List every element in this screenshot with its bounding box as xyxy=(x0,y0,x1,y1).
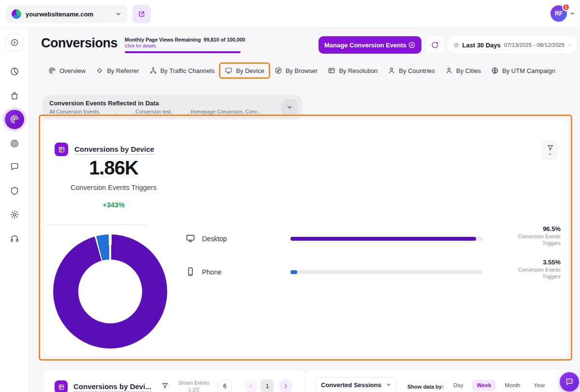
shopping-bag-icon xyxy=(10,91,19,101)
person-icon xyxy=(445,67,453,74)
tab-by-device[interactable]: By Device xyxy=(225,67,264,74)
period-month-button[interactable]: Month xyxy=(500,379,525,391)
arrow-right-icon xyxy=(282,383,289,390)
legend-row-phone: Phone 3.55% Conversion Events Triggers xyxy=(185,256,561,289)
manage-button-label: Manage Conversion Events xyxy=(324,42,406,49)
target-icon xyxy=(10,139,19,148)
avatar[interactable]: RF 1 xyxy=(551,5,567,22)
globe-icon xyxy=(491,67,499,74)
chevron-down-icon xyxy=(568,43,571,47)
dashboard-icon xyxy=(10,67,19,76)
quota-details-link[interactable]: Click for details xyxy=(125,43,250,48)
legend-row-desktop: Desktop 96.5% Conversion Events Triggers xyxy=(185,222,561,255)
legend-sublabel: Conversion Events Triggers xyxy=(510,233,561,247)
bar-fill-phone xyxy=(290,270,297,274)
dropdown-value: Converted Sessions xyxy=(321,381,381,389)
panel-expand-button[interactable] xyxy=(6,34,23,51)
tab-label: By Referrer xyxy=(107,67,139,74)
tab-by-utm-campaign[interactable]: By UTM Campaign xyxy=(491,67,555,74)
shown-entries: Shown Entries 1-2/2 xyxy=(177,380,211,392)
site-selector[interactable]: yourwebsitename.com xyxy=(6,5,128,23)
notification-badge: 1 xyxy=(562,3,570,11)
chevron-down-icon xyxy=(286,104,293,111)
funnel-icon xyxy=(547,144,554,151)
external-link-icon xyxy=(138,10,145,18)
layout-icon xyxy=(328,67,335,74)
quota-widget: Monthly Page Views Remaining 99,810 of 1… xyxy=(125,37,250,53)
conversions-by-device-table-card: Conversions by Devi... Shown Entries 1-2… xyxy=(44,370,304,392)
diamond-icon xyxy=(96,67,103,74)
open-website-button[interactable] xyxy=(132,5,151,23)
avatar-initials: RF xyxy=(555,10,563,17)
period-year-button[interactable]: Year xyxy=(529,379,550,391)
show-data-by-label: Show data by: xyxy=(407,384,444,390)
quota-label: Monthly Page Views Remaining xyxy=(125,37,201,43)
chat-bubble-icon xyxy=(10,162,19,172)
plus-circle-icon xyxy=(408,41,416,49)
tab-label: By Browser xyxy=(286,67,318,74)
tab-by-resolution[interactable]: By Resolution xyxy=(328,67,377,74)
legend-label: Phone xyxy=(202,268,221,276)
person-icon xyxy=(388,67,395,74)
live-chat-button[interactable] xyxy=(560,372,579,392)
converted-sessions-dropdown[interactable]: Converted Sessions xyxy=(315,377,397,392)
converted-sessions-card: Converted Sessions Show data by: Day Wee… xyxy=(305,370,569,392)
tab-by-browser[interactable]: By Browser xyxy=(275,67,318,74)
card-filter-button[interactable] xyxy=(541,141,559,160)
chevron-down-icon xyxy=(548,152,552,157)
tab-label: By Device xyxy=(236,67,264,74)
kpi-change: +343% xyxy=(48,201,179,209)
bar-track xyxy=(290,237,483,241)
sidebar-item-behavior[interactable] xyxy=(5,134,24,153)
report-tabs: Overview By Referrer By Traffic Channels… xyxy=(48,63,555,78)
period-week-button[interactable]: Week xyxy=(472,379,496,391)
date-range-value: 07/13/2025 - 08/12/2025 xyxy=(504,42,565,48)
tab-by-referrer[interactable]: By Referrer xyxy=(96,67,139,74)
card-kpi: 1.86K Conversion Events Triggers +343% xyxy=(48,157,179,209)
sidebar-item-ecommerce[interactable] xyxy=(5,86,24,105)
funnel-icon xyxy=(161,382,169,389)
chat-icon xyxy=(565,377,574,386)
refresh-button[interactable] xyxy=(426,36,444,54)
divider xyxy=(45,224,147,225)
tab-label: By Countries xyxy=(399,67,435,74)
period-day-button[interactable]: Day xyxy=(449,379,468,391)
table-filter-button[interactable] xyxy=(161,382,169,389)
quota-progress-fill xyxy=(125,51,241,53)
date-range-label: Last 30 Days xyxy=(462,42,501,49)
conversions-spiral-icon xyxy=(10,115,19,124)
sidebar xyxy=(0,28,29,392)
panel-expand-icon xyxy=(10,38,19,47)
previous-page-button[interactable] xyxy=(244,379,258,392)
phone-icon xyxy=(186,267,195,276)
tab-by-traffic-channels[interactable]: By Traffic Channels xyxy=(149,67,215,74)
site-name: yourwebsitename.com xyxy=(26,11,111,18)
user-menu[interactable]: RF 1 xyxy=(551,5,575,22)
sidebar-item-conversions[interactable] xyxy=(5,110,24,129)
sidebar-item-settings[interactable] xyxy=(5,205,24,224)
sidebar-item-dashboard[interactable] xyxy=(5,62,24,81)
current-page-indicator: 1 xyxy=(261,379,274,392)
sidebar-item-support[interactable] xyxy=(5,229,24,248)
traffic-nodes-icon xyxy=(149,67,157,74)
grid-icon xyxy=(55,143,68,156)
banner-subtitle: All Conversion Events, , , Conversion te… xyxy=(49,109,272,115)
legend-percent: 96.5% xyxy=(488,225,561,232)
shown-entries-value: 1-2/2 xyxy=(177,387,211,392)
legend-label: Desktop xyxy=(202,235,227,243)
manage-conversion-events-button[interactable]: Manage Conversion Events xyxy=(319,36,421,54)
legend-sublabel: Conversion Events Triggers xyxy=(510,267,561,280)
sidebar-item-privacy[interactable] xyxy=(5,181,24,201)
tab-label: Overview xyxy=(59,67,86,74)
sidebar-item-communication[interactable] xyxy=(5,157,24,176)
next-page-button[interactable] xyxy=(279,379,292,392)
tab-by-countries[interactable]: By Countries xyxy=(388,67,435,74)
page-size-select[interactable]: 6 xyxy=(218,379,232,392)
card-title: Conversions by Device xyxy=(74,145,154,155)
tab-by-cities[interactable]: By Cities xyxy=(445,67,481,74)
tab-overview[interactable]: Overview xyxy=(48,67,86,74)
device-donut-chart[interactable] xyxy=(53,234,167,348)
banner-expand-button[interactable] xyxy=(281,99,298,116)
monitor-icon xyxy=(225,67,232,74)
date-range-picker[interactable]: Last 30 Days 07/13/2025 - 08/12/2025 xyxy=(449,36,577,54)
